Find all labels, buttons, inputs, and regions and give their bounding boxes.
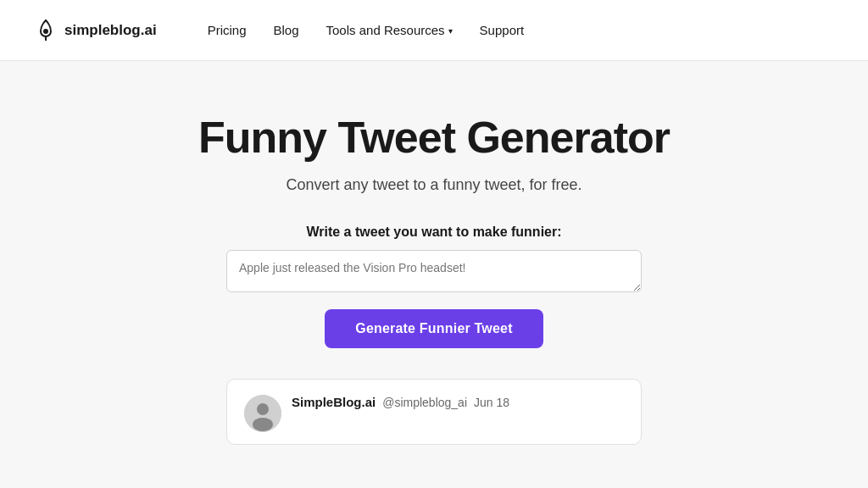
form-label: Write a tweet you want to make funnier: xyxy=(306,225,561,240)
logo-text: simpleblog.ai xyxy=(64,22,157,39)
tweet-info: SimpleBlog.ai @simpleblog_ai Jun 18 xyxy=(292,395,509,409)
main-content: Funny Tweet Generator Convert any tweet … xyxy=(0,61,868,445)
svg-point-4 xyxy=(253,418,273,431)
logo-link[interactable]: simpleblog.ai xyxy=(34,19,157,42)
svg-point-3 xyxy=(257,403,269,415)
tweet-date: Jun 18 xyxy=(474,396,509,409)
avatar xyxy=(244,395,281,432)
tweet-author-row: SimpleBlog.ai @simpleblog_ai Jun 18 xyxy=(292,395,509,409)
logo-icon xyxy=(34,19,58,42)
generate-button[interactable]: Generate Funnier Tweet xyxy=(325,309,542,348)
nav-link-blog[interactable]: Blog xyxy=(274,23,299,37)
nav-dropdown-tools[interactable]: Tools and Resources ▾ xyxy=(326,23,453,37)
hero-subtitle: Convert any tweet to a funny tweet, for … xyxy=(286,176,581,194)
navbar: simpleblog.ai Pricing Blog Tools and Res… xyxy=(0,0,868,61)
nav-links: Pricing Blog Tools and Resources ▾ Suppo… xyxy=(208,23,525,38)
tweet-author-name: SimpleBlog.ai xyxy=(292,395,376,409)
form-section: Write a tweet you want to make funnier: … xyxy=(0,225,868,379)
nav-dropdown-label: Tools and Resources xyxy=(326,23,445,37)
page-title: Funny Tweet Generator xyxy=(198,112,670,163)
nav-link-support[interactable]: Support xyxy=(480,23,525,37)
tweet-input[interactable] xyxy=(226,250,642,292)
nav-link-pricing[interactable]: Pricing xyxy=(208,23,247,37)
chevron-down-icon: ▾ xyxy=(448,26,453,36)
svg-point-0 xyxy=(43,29,48,34)
tweet-card-preview: SimpleBlog.ai @simpleblog_ai Jun 18 xyxy=(226,379,642,445)
tweet-handle: @simpleblog_ai xyxy=(382,396,467,409)
